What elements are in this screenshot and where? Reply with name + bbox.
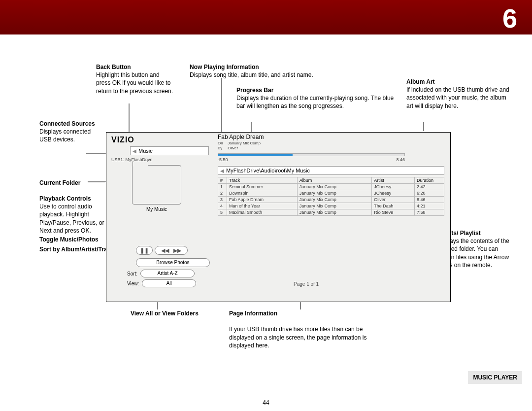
table-cell: Oliver <box>372 197 415 203</box>
ann-current-folder: Current Folder <box>39 179 103 187</box>
now-playing-title: Fab Apple Dream <box>218 134 264 140</box>
playlist-table: #TrackAlbumArtistDuration 1Seminal Summe… <box>218 177 444 216</box>
table-cell: Downspin <box>227 190 298 197</box>
current-folder-label: My Music <box>132 206 181 212</box>
breadcrumb[interactable]: ◀ MyFlashDrive\Audio\root\My Music <box>218 166 444 175</box>
table-header: Artist <box>372 177 415 184</box>
table-cell: 2 <box>218 190 227 197</box>
table-cell: January Mix Comp <box>297 209 372 216</box>
chapter-number: 6 <box>502 3 517 34</box>
table-row[interactable]: 2DownspinJanuary Mix CompJCheesy6:20 <box>218 190 444 197</box>
table-cell: 4 <box>218 203 227 209</box>
table-cell: Fab Apple Dream <box>227 197 298 203</box>
table-cell: 7:58 <box>415 209 444 216</box>
table-cell: 8:46 <box>415 197 444 203</box>
table-header: Album <box>297 177 372 184</box>
table-cell: January Mix Comp <box>297 184 372 190</box>
table-cell: Maximal Smooth <box>227 209 298 216</box>
table-cell: Seminal Summer <box>227 184 298 190</box>
vizio-logo: VIZIO <box>111 136 134 144</box>
table-cell: 3 <box>218 197 227 203</box>
table-cell: JCheesy <box>372 190 415 197</box>
view-label: View: <box>127 281 139 286</box>
table-cell: 6:20 <box>415 190 444 197</box>
page-info-label: Page 1 of 1 <box>294 281 319 287</box>
now-playing-meta: On January Mix Comp By Oliver <box>218 141 261 150</box>
back-button-label: Music <box>138 148 153 154</box>
browse-photos-button[interactable]: Browse Photos <box>136 258 210 267</box>
table-cell: Man of the Year <box>227 203 298 209</box>
ann-progress-bar: Progress Bar Displays the duration of th… <box>236 86 394 110</box>
table-cell: January Mix Comp <box>297 190 372 197</box>
ann-playback-controls: Playback Controls Use to control audio p… <box>39 195 116 235</box>
current-folder-icon[interactable] <box>132 165 181 205</box>
ann-album-art: Album Art If included on the USB thumb d… <box>406 78 510 110</box>
table-row[interactable]: 3Fab Apple DreamJanuary Mix CompOliver8:… <box>218 197 444 203</box>
back-arrow-icon: ◀ <box>131 148 138 154</box>
table-cell: January Mix Comp <box>297 197 372 203</box>
table-cell: 1 <box>218 184 227 190</box>
table-row[interactable]: 5Maximal SmoothJanuary Mix CompRio Steve… <box>218 209 444 216</box>
table-cell: Rio Steve <box>372 209 415 216</box>
breadcrumb-path: MyFlashDrive\Audio\root\My Music <box>226 168 310 173</box>
section-tag: MUSIC PLAYER <box>468 371 522 384</box>
table-header: Track <box>227 177 298 184</box>
sort-selector[interactable]: Artist A-Z <box>140 270 195 277</box>
sort-label: Sort: <box>127 271 137 276</box>
sort-row: Sort: Artist A-Z <box>127 270 195 277</box>
table-cell: 2:42 <box>415 184 444 190</box>
table-row[interactable]: 1Seminal SummerJanuary Mix CompJCheesy2:… <box>218 184 444 190</box>
page-number: 44 <box>0 399 532 406</box>
ann-connected-sources: Connected Sources Displays connected USB… <box>39 120 103 144</box>
table-cell: The Dash <box>372 203 415 209</box>
progress-bar[interactable]: -5:50 8:46 <box>218 153 405 162</box>
table-row[interactable]: 4Man of the YearJanuary Mix CompThe Dash… <box>218 203 444 209</box>
elapsed-time: -5:50 <box>218 157 228 162</box>
table-cell: 4:21 <box>415 203 444 209</box>
playback-controls: ❚❚ ◀◀ ▶▶ <box>136 246 188 255</box>
table-cell: JCheesy <box>372 184 415 190</box>
crumb-back-icon: ◀ <box>218 168 226 173</box>
chapter-band <box>0 0 532 34</box>
ann-back-button: Back Button Highlight this button and pr… <box>96 63 175 95</box>
music-player-window: VIZIO ◀ Music USB1: MyFlashDrive My Musi… <box>106 132 451 302</box>
ann-page-information: Page Information If your USB thumb drive… <box>229 309 377 349</box>
view-row: View: All <box>127 279 196 287</box>
pause-button[interactable]: ❚❚ <box>136 246 153 255</box>
prev-next-buttons[interactable]: ◀◀ ▶▶ <box>155 246 188 255</box>
page-area: Back Button Highlight this button and pr… <box>25 39 517 411</box>
table-header: # <box>218 177 227 184</box>
back-button[interactable]: ◀ Music <box>130 146 209 155</box>
table-cell: 5 <box>218 209 227 216</box>
total-time: 8:46 <box>396 157 405 162</box>
ann-view-all: View All or View Folders <box>131 309 204 317</box>
table-header: Duration <box>415 177 444 184</box>
view-selector[interactable]: All <box>142 279 196 287</box>
table-cell: January Mix Comp <box>297 203 372 209</box>
ann-now-playing: Now Playing Information Displays song ti… <box>190 63 377 79</box>
